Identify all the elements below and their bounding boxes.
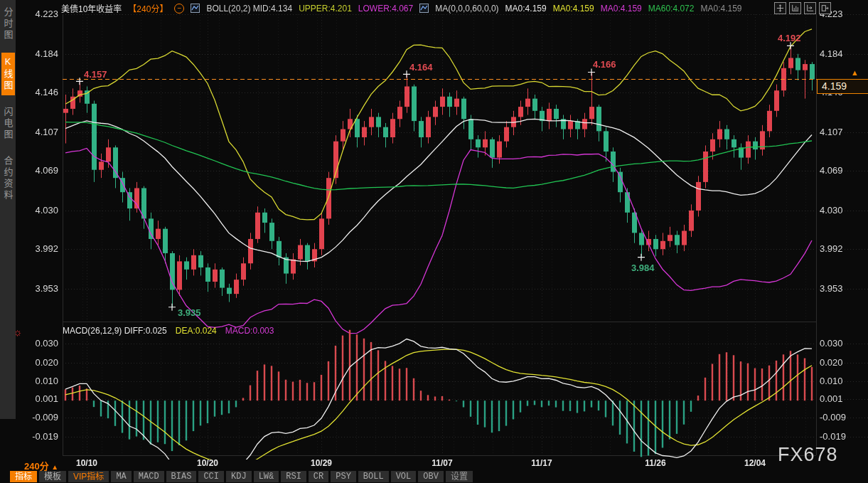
macd-readout-bar: MACD(26,12,9) DIFF:0.025DEA:0.024MACD:0.…	[63, 326, 274, 336]
indicator-readout: LOWER:4.067	[358, 4, 413, 14]
btn-obv[interactable]: OBV	[418, 471, 444, 482]
date-tick-label: 10/20	[197, 458, 218, 468]
indicator-readout: MA0:4.159	[553, 4, 594, 14]
candlestick-chart-canvas[interactable]	[0, 0, 868, 483]
macd-tick-label: -0.019	[1, 431, 58, 442]
date-tick-label: 11/17	[531, 458, 552, 468]
sidebar-tab-1[interactable]: 分时图	[1, 4, 15, 45]
mini-chart-icon	[191, 4, 200, 13]
sidebar-tab-4[interactable]: 合约资料	[1, 152, 15, 205]
mini-chart-icon	[419, 4, 429, 13]
macd-tick-label: -0.019	[820, 431, 846, 442]
macd-readout: DEA:0.024	[176, 326, 217, 336]
indicator-readout: 美债10年收益率	[61, 2, 122, 14]
indicator-readout: MA60:4.072	[648, 4, 695, 14]
price-annotation: 4.157	[84, 69, 107, 80]
btn-bias[interactable]: BIAS	[166, 471, 197, 482]
macd-tick-label: 0.030	[820, 338, 843, 349]
date-tick-label: 10/10	[76, 458, 97, 468]
price-tick-label: 4.107	[820, 127, 843, 137]
chart-app-window: 美债10年收益率【240分】−BOLL(20,2) MID:4.134UPPER…	[0, 0, 868, 483]
tab-template[interactable]: 模板	[39, 471, 66, 482]
date-tick-label: 11/26	[645, 458, 665, 468]
btn-psy[interactable]: PSY	[331, 471, 356, 482]
indicator-readout: 【240分】	[128, 2, 168, 14]
date-tick-label: 12/04	[744, 458, 766, 468]
indicator-readout: BOLL(20,2) MID:4.134	[206, 4, 292, 14]
date-tick-label: 10/29	[311, 458, 332, 468]
price-annotation: 4.164	[409, 62, 433, 73]
price-tick-label: 3.953	[820, 283, 843, 294]
current-price-tag: 4.159	[817, 79, 868, 94]
indicator-readout-bar: 美债10年收益率【240分】−BOLL(20,2) MID:4.134UPPER…	[61, 2, 742, 14]
btn-cr[interactable]: CR	[309, 471, 328, 482]
date-tick-label: 11/07	[432, 458, 452, 468]
btn-lw[interactable]: LW&	[254, 471, 279, 482]
collapse-indicator-icon[interactable]: −	[174, 4, 184, 14]
fx678-watermark: FX678	[778, 444, 838, 466]
period-label: 240分	[24, 461, 49, 472]
sidebar-tab-3[interactable]: 闪电图	[1, 103, 15, 144]
indicator-readout: UPPER:4.201	[299, 4, 352, 14]
btn-settings[interactable]: 设置	[446, 471, 473, 482]
chart-window-controls	[774, 2, 831, 14]
tab-indicator[interactable]: 指标	[10, 471, 37, 482]
price-annotation: 4.192	[778, 33, 801, 43]
btn-rsi[interactable]: RSI	[281, 471, 306, 482]
pan-move-icon[interactable]	[774, 2, 786, 14]
price-tick-label: 4.030	[820, 205, 843, 216]
macd-tick-label: 0.010	[820, 376, 843, 386]
macd-tick-label: 0.001	[820, 393, 843, 404]
btn-boll[interactable]: BOLL	[358, 471, 389, 482]
price-tick-label: 3.992	[820, 243, 843, 254]
btn-vol[interactable]: VOL	[391, 471, 417, 482]
indicator-readout: MA0:4.159	[505, 4, 547, 14]
macd-readout: MACD:0.003	[225, 326, 274, 336]
tab-vip-indicator[interactable]: VIP指标	[68, 471, 109, 482]
fit-horizontal-axis-icon[interactable]	[804, 2, 816, 14]
indicator-readout: MA0:4.159	[601, 4, 642, 14]
price-tick-label: 4.184	[820, 48, 843, 59]
indicator-readout: MA(0,0,0,60,0,0)	[435, 4, 498, 14]
indicator-readout: MA0:4.159	[700, 4, 741, 14]
price-annotation: 3.935	[178, 307, 201, 318]
price-annotation: 3.984	[631, 262, 655, 273]
period-dropdown-arrow-icon: ▲	[51, 463, 58, 471]
macd-tick-label: 0.020	[820, 357, 843, 368]
price-up-arrow-icon: ▲	[851, 68, 859, 77]
indicator-toolbar: 指标模板VIP指标MAMACDBIASCCIKDJLW&RSICRPSYBOLL…	[10, 471, 473, 482]
sidebar-tab-2[interactable]: K线图	[1, 53, 15, 95]
fit-vertical-axis-icon[interactable]	[789, 2, 801, 14]
macd-tick-label: -0.009	[820, 412, 846, 423]
chart-type-sidebar: 分时图K线图闪电图合约资料	[0, 0, 16, 419]
macd-readout: MACD(26,12,9) DIFF:0.025	[63, 326, 167, 336]
btn-macd[interactable]: MACD	[134, 471, 164, 482]
btn-cci[interactable]: CCI	[198, 471, 224, 482]
btn-kdj[interactable]: KDJ	[226, 471, 252, 482]
btn-ma[interactable]: MA	[111, 471, 131, 482]
price-tick-label: 4.069	[820, 165, 843, 176]
price-annotation: 4.166	[593, 59, 616, 70]
expand-pane-icon[interactable]	[819, 2, 831, 14]
